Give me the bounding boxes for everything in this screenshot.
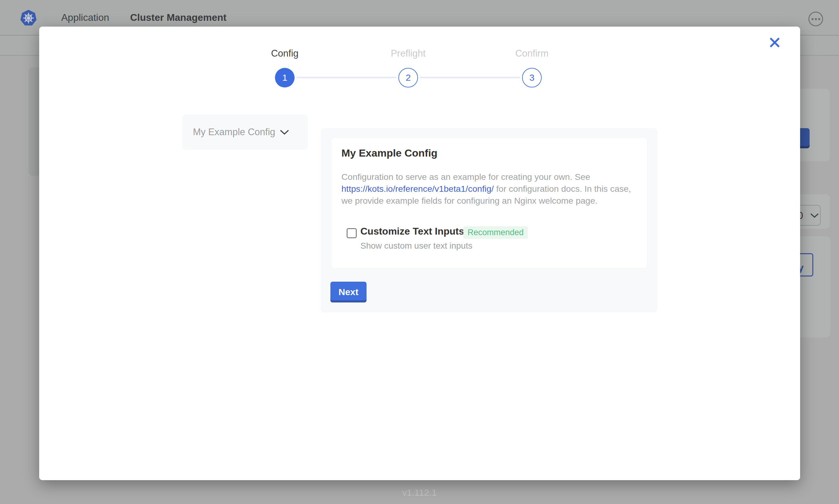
customize-text-inputs-label[interactable]: Customize Text Inputs — [360, 226, 464, 237]
config-docs-link[interactable]: https://kots.io/reference/v1beta1/config… — [341, 184, 494, 194]
close-icon[interactable] — [768, 36, 781, 49]
step-circle-preflight: 2 — [398, 68, 418, 88]
customize-text-inputs-checkbox[interactable] — [347, 228, 357, 238]
description-line-1: Configuration to serve as an example for… — [341, 171, 640, 183]
description-line-3: we provide example fields for configurin… — [341, 195, 640, 207]
config-group-title: My Example Config — [341, 147, 438, 159]
step-circle-config: 1 — [275, 68, 295, 88]
recommended-badge: Recommended — [463, 226, 528, 239]
helm-wheel-icon — [22, 11, 35, 25]
step-connector-1 — [296, 77, 396, 78]
config-group-dropdown[interactable]: My Example Config — [182, 114, 308, 150]
step-label-config: Config — [236, 48, 334, 59]
app-version-label: v1.112.1 — [0, 487, 839, 498]
step-label-confirm: Confirm — [483, 48, 581, 59]
next-button[interactable]: Next — [330, 282, 366, 303]
kubernetes-logo-icon — [19, 9, 38, 27]
customize-text-inputs-help: Show custom user text inputs — [360, 241, 473, 251]
config-group-dropdown-label: My Example Config — [193, 127, 275, 138]
step-connector-2 — [420, 77, 520, 78]
description-line-2: https://kots.io/reference/v1beta1/config… — [341, 183, 640, 195]
config-group-card: My Example Config Configuration to serve… — [331, 138, 647, 268]
step-circle-confirm: 3 — [522, 68, 542, 88]
config-wizard-modal: Config Preflight Confirm 1 2 3 My Exampl… — [39, 26, 800, 480]
description-line-2-rest: for configuration docs. In this case, — [494, 184, 631, 194]
chevron-down-icon — [279, 129, 289, 135]
config-panel: My Example Config Configuration to serve… — [321, 128, 657, 312]
config-group-description: Configuration to serve as an example for… — [341, 171, 640, 207]
chevron-down-icon — [810, 213, 819, 218]
ellipsis-menu-icon[interactable] — [808, 12, 823, 26]
step-label-preflight: Preflight — [359, 48, 457, 59]
